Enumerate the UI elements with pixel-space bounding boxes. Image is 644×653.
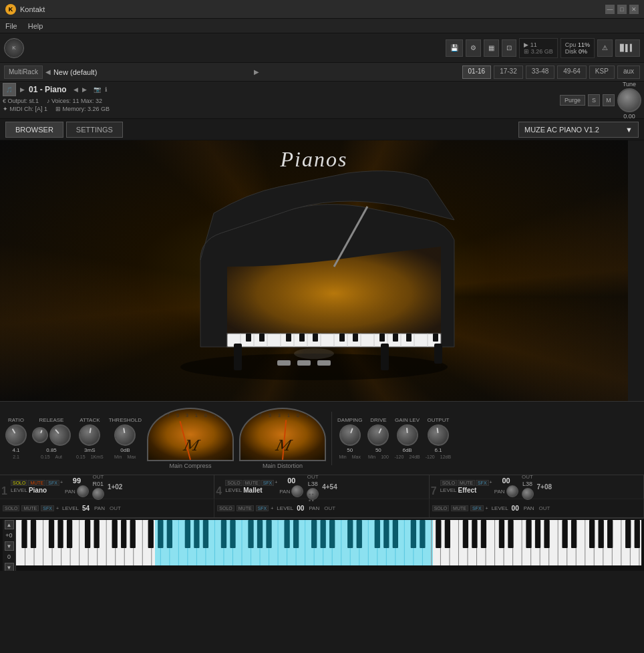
m-button[interactable]: M (603, 94, 615, 106)
vu-scale-left: 207531013 (155, 413, 226, 418)
ch4-pan-knob[interactable] (291, 485, 303, 497)
midi-button[interactable]: ⊡ (502, 39, 516, 57)
ch4-solo[interactable]: SOLO (225, 480, 242, 486)
warning-button[interactable]: ⚠ (597, 39, 613, 57)
inst-nav-next[interactable]: ▶ (82, 86, 87, 93)
ch4-sfx[interactable]: SFX (261, 480, 275, 486)
tab-49-64[interactable]: 49-64 (557, 66, 587, 79)
vu-logo-right: 𝑀 (275, 437, 291, 454)
grid-dots: ⠿ (307, 492, 315, 505)
ch1-out-knob[interactable] (92, 488, 104, 500)
tab-33-48[interactable]: 33-48 (526, 66, 555, 79)
ch7-out-label: OUT (522, 474, 533, 480)
tab-17-32[interactable]: 17-32 (494, 66, 523, 79)
save-button[interactable]: 💾 (446, 39, 463, 57)
instrument-controls: Purge S M Tune 0.00 (560, 83, 641, 117)
menu-help[interactable]: Help (28, 22, 43, 30)
rack-arrow-left[interactable]: ◀ (45, 68, 51, 76)
multi-rack-button[interactable]: MultiRack (4, 66, 43, 79)
gainlev-range: -120 24dB (394, 454, 420, 459)
ch2-solo[interactable]: SOLO (3, 505, 19, 511)
octave-down-button[interactable]: ▼ (5, 541, 14, 551)
ch1-solo[interactable]: SOLO (11, 480, 27, 486)
ch5-sfx[interactable]: SFX (256, 505, 269, 511)
threshold-control: THRESHOLD 0dB Min Max (109, 417, 142, 459)
maximize-button[interactable]: □ (617, 5, 627, 14)
ch7-level-value: 00 (502, 477, 510, 485)
svg-rect-110 (49, 520, 54, 548)
svg-rect-121 (185, 520, 190, 548)
minimize-button[interactable]: — (605, 5, 615, 14)
pitch-display: 0 (7, 553, 11, 560)
inst-camera[interactable]: 📷 (94, 86, 101, 93)
rack-arrow-right[interactable]: ▶ (254, 68, 259, 76)
purge-button[interactable]: Purge (560, 95, 585, 106)
octave-up-button[interactable]: ▲ (5, 520, 14, 529)
output-knob[interactable] (426, 423, 450, 447)
tab-aux[interactable]: aux (617, 66, 640, 79)
attack-knob[interactable] (77, 422, 102, 447)
ch7-sfx[interactable]: SFX (476, 480, 489, 486)
ch2-sfx[interactable]: SFX (41, 505, 54, 511)
ch7-pan-knob[interactable] (506, 485, 518, 497)
rack-button[interactable]: ▦ (484, 39, 499, 57)
gainlev-label: GAIN LEV (395, 417, 420, 423)
drive-knob[interactable] (364, 421, 393, 450)
tab-01-16[interactable]: 01-16 (462, 66, 492, 79)
menu-file[interactable]: File (5, 22, 17, 30)
vu-meter-right: 207531013 𝑀 (239, 408, 326, 461)
ch7-out-value: L38 (522, 481, 532, 487)
ch1-mix: 1+02 (108, 483, 123, 491)
settings-button[interactable]: ⚙ (466, 39, 481, 57)
close-button[interactable]: ✕ (629, 5, 639, 14)
svg-rect-20 (259, 334, 265, 342)
ratio-knob[interactable] (1, 420, 31, 450)
damping-knob[interactable] (336, 421, 363, 448)
release-knob-2[interactable] (45, 420, 75, 450)
ch4-mute[interactable]: MUTE (243, 480, 261, 486)
ch1-mute[interactable]: MUTE (28, 480, 45, 486)
inst-nav-prev[interactable]: ◀ (73, 86, 78, 93)
pitch-down-button[interactable]: ▼ (5, 563, 14, 571)
ch8-sfx[interactable]: SFX (470, 505, 484, 511)
ch2-out-lbl: OUT (110, 505, 121, 511)
tune-knob[interactable] (617, 88, 641, 112)
ch4-mix-value: 4+54 (322, 483, 337, 491)
svg-rect-113 (85, 520, 90, 548)
ch7-plus: + (490, 480, 492, 486)
ch8-mute[interactable]: MUTE (451, 505, 468, 511)
ch7-out-knob[interactable] (522, 488, 534, 500)
ch7-mute[interactable]: MUTE (458, 480, 475, 486)
spectrum-button[interactable]: ▊▌▍ (615, 39, 640, 57)
piano-keys[interactable] (16, 520, 641, 565)
damping-value: 50 (347, 447, 353, 453)
ch1-plus: + (60, 480, 63, 486)
ch1-buttons: SOLO MUTE SFX + LEVEL Piano (11, 480, 63, 494)
s-button[interactable]: S (588, 94, 600, 106)
piano-title: Pianos (281, 147, 348, 172)
ch5-pan-lbl: PAN (309, 505, 319, 511)
svg-rect-128 (266, 520, 271, 548)
output-range: -120 12dB (426, 454, 451, 459)
browser-button[interactable]: BROWSER (5, 122, 63, 138)
svg-rect-149 (535, 520, 540, 548)
tune-label: Tune (623, 81, 636, 88)
svg-rect-111 (57, 520, 63, 548)
ch7-solo[interactable]: SOLO (440, 480, 457, 486)
gainlev-knob[interactable] (395, 424, 419, 447)
release-knob-1[interactable] (30, 425, 51, 446)
threshold-knob[interactable] (113, 422, 138, 447)
preset-selector[interactable]: MUZE AC PIANO V1.2 ▼ (518, 122, 639, 138)
ch4-level-label: LEVEL (225, 487, 242, 493)
settings-tab-button[interactable]: SETTINGS (66, 122, 123, 138)
svg-rect-122 (194, 520, 199, 548)
ch8-solo[interactable]: SOLO (432, 505, 449, 511)
svg-rect-145 (481, 520, 486, 548)
ch1-pan-knob[interactable] (77, 485, 89, 497)
ch2-mute[interactable]: MUTE (21, 505, 39, 511)
ch1-sfx[interactable]: SFX (46, 480, 59, 486)
tab-ksp[interactable]: KSP (589, 66, 615, 79)
ch5-solo[interactable]: SOLO (217, 505, 234, 511)
ch5-mute[interactable]: MUTE (236, 505, 254, 511)
inst-info[interactable]: ℹ (105, 86, 107, 93)
